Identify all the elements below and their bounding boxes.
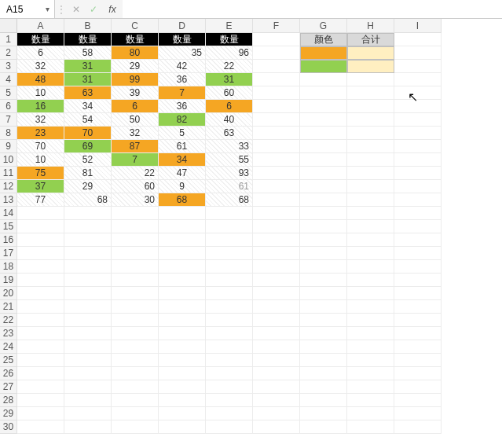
cell-f23[interactable] (253, 327, 300, 340)
cell-h4[interactable] (347, 73, 394, 86)
row-header[interactable]: 13 (0, 193, 17, 207)
cell-d22[interactable] (159, 314, 206, 327)
cell-i23[interactable] (394, 327, 442, 340)
cell-c10[interactable]: 7 (112, 153, 159, 167)
cell-f14[interactable] (253, 207, 300, 220)
cell-c1[interactable]: 数量 (112, 33, 159, 46)
cell-b29[interactable] (64, 407, 112, 420)
cell-b27[interactable] (64, 380, 112, 394)
cell-f13[interactable] (253, 193, 300, 207)
cell-g14[interactable] (300, 207, 347, 220)
row-header[interactable]: 1 (0, 33, 17, 46)
cell-i24[interactable] (394, 340, 442, 354)
cell-d25[interactable] (159, 354, 206, 367)
cell-d20[interactable] (159, 287, 206, 300)
name-box[interactable]: ▾ (0, 0, 55, 18)
cell-h12[interactable] (347, 180, 394, 193)
column-header[interactable]: G (300, 19, 347, 33)
cell-i3[interactable] (394, 60, 442, 73)
cell-b22[interactable] (64, 314, 112, 327)
cell-a19[interactable] (17, 274, 64, 287)
row-header[interactable]: 19 (0, 274, 17, 287)
cell-h25[interactable] (347, 354, 394, 367)
cell-i29[interactable] (394, 407, 442, 420)
column-header[interactable]: A (17, 19, 64, 33)
formula-input[interactable] (123, 0, 502, 18)
cell-g27[interactable] (300, 380, 347, 394)
accept-icon[interactable]: ✓ (85, 0, 102, 18)
cell-d10[interactable]: 34 (159, 153, 206, 167)
cell-i28[interactable] (394, 394, 442, 407)
cell-b23[interactable] (64, 327, 112, 340)
cell-b26[interactable] (64, 367, 112, 380)
cell-d30[interactable] (159, 420, 206, 434)
cell-h28[interactable] (347, 394, 394, 407)
cell-a13[interactable]: 77 (17, 193, 64, 207)
name-box-input[interactable] (5, 3, 41, 16)
row-header[interactable]: 26 (0, 367, 17, 380)
cell-g7[interactable] (300, 113, 347, 127)
cell-b28[interactable] (64, 394, 112, 407)
cell-h1[interactable]: 合计 (347, 33, 394, 46)
cell-f17[interactable] (253, 247, 300, 260)
cell-d1[interactable]: 数量 (159, 33, 206, 46)
cell-b11[interactable]: 81 (64, 167, 112, 180)
cell-g18[interactable] (300, 260, 347, 274)
cell-c6[interactable]: 6 (112, 100, 159, 113)
cell-a24[interactable] (17, 340, 64, 354)
cell-g10[interactable] (300, 153, 347, 167)
row-header[interactable]: 4 (0, 73, 17, 86)
cell-e16[interactable] (206, 233, 253, 247)
cell-b7[interactable]: 54 (64, 113, 112, 127)
cell-c19[interactable] (112, 274, 159, 287)
cell-d14[interactable] (159, 207, 206, 220)
cell-e29[interactable] (206, 407, 253, 420)
cell-c5[interactable]: 39 (112, 86, 159, 100)
cell-h18[interactable] (347, 260, 394, 274)
cell-h22[interactable] (347, 314, 394, 327)
column-header[interactable]: F (253, 19, 300, 33)
cell-a4[interactable]: 48 (17, 73, 64, 86)
cell-i5[interactable] (394, 86, 442, 100)
cell-h2[interactable] (347, 46, 394, 60)
cell-f5[interactable] (253, 86, 300, 100)
row-header[interactable]: 6 (0, 100, 17, 113)
cell-f15[interactable] (253, 220, 300, 233)
cell-e22[interactable] (206, 314, 253, 327)
cell-e1[interactable]: 数量 (206, 33, 253, 46)
cell-g8[interactable] (300, 127, 347, 140)
cell-b12[interactable]: 29 (64, 180, 112, 193)
row-header[interactable]: 29 (0, 407, 17, 420)
cell-h9[interactable] (347, 140, 394, 153)
cell-d24[interactable] (159, 340, 206, 354)
cell-g25[interactable] (300, 354, 347, 367)
cell-c24[interactable] (112, 340, 159, 354)
chevron-down-icon[interactable]: ▾ (46, 5, 49, 13)
cell-c23[interactable] (112, 327, 159, 340)
cell-c16[interactable] (112, 233, 159, 247)
cell-i4[interactable] (394, 73, 442, 86)
cell-g4[interactable] (300, 73, 347, 86)
cell-b13[interactable]: 68 (64, 193, 112, 207)
cell-b10[interactable]: 52 (64, 153, 112, 167)
cell-c27[interactable] (112, 380, 159, 394)
cell-c26[interactable] (112, 367, 159, 380)
cell-e27[interactable] (206, 380, 253, 394)
cell-f30[interactable] (253, 420, 300, 434)
cell-g15[interactable] (300, 220, 347, 233)
cell-i26[interactable] (394, 367, 442, 380)
cell-i17[interactable] (394, 247, 442, 260)
cell-d2[interactable]: 35 (159, 46, 206, 60)
cell-d6[interactable]: 36 (159, 100, 206, 113)
cell-d4[interactable]: 36 (159, 73, 206, 86)
cell-g29[interactable] (300, 407, 347, 420)
cell-g26[interactable] (300, 367, 347, 380)
cell-a8[interactable]: 23 (17, 127, 64, 140)
cell-c29[interactable] (112, 407, 159, 420)
cell-f16[interactable] (253, 233, 300, 247)
cell-e18[interactable] (206, 260, 253, 274)
row-header[interactable]: 15 (0, 220, 17, 233)
cell-b24[interactable] (64, 340, 112, 354)
cell-f12[interactable] (253, 180, 300, 193)
cell-a30[interactable] (17, 420, 64, 434)
